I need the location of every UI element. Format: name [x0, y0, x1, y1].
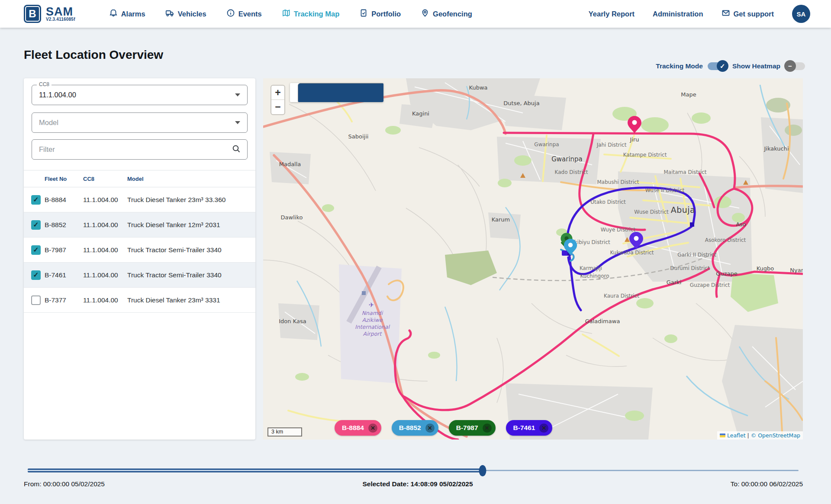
table-row[interactable]: B-7461 11.1.004.00 Truck Tractor Semi-Tr…	[24, 263, 255, 288]
map-label: Jahi District	[596, 142, 627, 148]
ukraine-flag-icon	[720, 433, 725, 437]
time-slider[interactable]	[28, 465, 799, 476]
chip-remove-icon[interactable]: ✕	[425, 424, 435, 433]
search-icon[interactable]	[232, 144, 241, 155]
nav-link-yearly-report[interactable]: Yearly Report	[589, 10, 635, 18]
map-label: Utako District	[590, 199, 626, 205]
route-endpoint-marker	[690, 222, 694, 227]
model-select[interactable]: Model	[32, 112, 248, 133]
table-row[interactable]: B-7377 11.1.004.00 Truck Diesel Tanker 2…	[24, 288, 255, 313]
chevron-down-icon	[235, 93, 240, 96]
date-range-buttons: Today ✓ Yesterday Custom Date	[290, 83, 383, 102]
tracking-mode-toggle[interactable]: ✓	[708, 62, 728, 70]
map-label: Jikakuchi	[763, 145, 789, 152]
map-label: Mabushi District	[597, 179, 639, 185]
brand[interactable]: B SAM V2.3.4116085f	[24, 5, 75, 23]
envelope-icon	[721, 9, 730, 19]
portfolio-icon	[359, 9, 368, 19]
map-label: Asokoro District	[705, 237, 746, 243]
brand-name: SAM	[46, 6, 75, 17]
fleet-selection-panel: CC8 11.1.004.00 Model Fleet No CC8 Model…	[24, 78, 255, 440]
map-canvas: KubwaDutse, AbujaKaginiMapeJikakuchiSabo…	[263, 78, 803, 440]
user-avatar[interactable]: SA	[792, 5, 810, 23]
tracking-mode-label: Tracking Mode	[656, 62, 703, 70]
chip-remove-icon[interactable]: ✕	[368, 424, 377, 433]
selected-vehicle-chips: B-8884 ✕ B-8852 ✕ B-7987 ✕ B-7461 ✕	[335, 420, 552, 436]
chip-remove-icon[interactable]: ✕	[483, 424, 492, 433]
table-row[interactable]: B-7987 11.1.004.00 Truck Tractor Semi-Tr…	[24, 238, 255, 263]
map-label: Aso	[736, 221, 746, 228]
map-label: Kugbo	[757, 265, 774, 272]
vehicle-chip-b8852[interactable]: B-8852 ✕	[392, 420, 438, 436]
nav-item-tracking-map[interactable]: Tracking Map	[282, 9, 339, 19]
zoom-in-button[interactable]: +	[271, 86, 284, 100]
vehicle-table-header: Fleet No CC8 Model	[24, 170, 255, 187]
osm-link[interactable]: © OpenStreetMap	[751, 432, 800, 439]
main-nav: Alarms Vehicles Events Tracking Map Port…	[109, 9, 472, 19]
nav-link-administration[interactable]: Administration	[653, 10, 703, 18]
filter-field	[32, 139, 248, 160]
timeline-selected-date: Selected Date: 14:08:09 05/02/2025	[362, 480, 473, 488]
timeline-thumb[interactable]	[479, 465, 486, 476]
row-checkbox[interactable]	[31, 195, 41, 205]
toggle-minus-icon: −	[784, 60, 796, 72]
leaflet-link[interactable]: Leaflet	[727, 432, 746, 439]
top-navbar: B SAM V2.3.4116085f Alarms Vehicles Even…	[0, 0, 831, 28]
row-checkbox[interactable]	[31, 220, 41, 230]
cc8-select-value: 11.1.004.00	[39, 91, 76, 99]
tracking-map[interactable]: KubwaDutse, AbujaKaginiMapeJikakuchiSabo…	[263, 78, 803, 440]
nav-link-get-support[interactable]: Get support	[721, 9, 774, 19]
map-label: Wuse District	[634, 209, 669, 215]
nav-item-geofencing[interactable]: Geofencing	[421, 9, 472, 19]
brand-version: V2.3.4116085f	[46, 17, 75, 22]
map-label: Mape	[681, 91, 696, 98]
timeline-from: From: 00:00:00 05/02/2025	[24, 480, 105, 488]
model-select-placeholder: Model	[39, 119, 58, 127]
map-zoom-control: + −	[271, 85, 285, 115]
vehicle-table: Fleet No CC8 Model B-8884 11.1.004.00 Tr…	[24, 170, 255, 313]
map-label: Gwarinpa	[534, 141, 559, 148]
map-label: Garki	[667, 279, 682, 286]
page-title: Fleet Location Overview	[24, 48, 163, 62]
nav-item-events[interactable]: Events	[226, 9, 262, 19]
nav-item-portfolio[interactable]: Portfolio	[359, 9, 401, 19]
zoom-out-button[interactable]: −	[271, 100, 284, 114]
map-label: Azikiwe	[362, 317, 383, 323]
location-pin-icon	[421, 9, 429, 19]
row-checkbox[interactable]	[31, 270, 41, 280]
info-icon	[226, 9, 235, 19]
map-label: International	[355, 324, 390, 330]
table-row[interactable]: B-8852 11.1.004.00 Truck Diesel Tanker 1…	[24, 212, 255, 238]
timeline-labels: From: 00:00:00 05/02/2025 Selected Date:…	[0, 480, 831, 490]
yesterday-button[interactable]: ✓ Yesterday	[298, 83, 383, 102]
cc8-select[interactable]: CC8 11.1.004.00	[32, 85, 248, 105]
nav-item-vehicles[interactable]: Vehicles	[165, 9, 206, 19]
map-label: Kaura District	[604, 293, 639, 299]
map-label: Kuchingoro	[580, 273, 609, 279]
map-label: Garki II District	[677, 252, 716, 258]
table-row[interactable]: B-8884 11.1.004.00 Truck Diesel Tanker 2…	[24, 187, 255, 212]
row-checkbox[interactable]	[31, 245, 41, 255]
vehicle-chip-b8884[interactable]: B-8884 ✕	[335, 420, 381, 436]
map-label: Dutse, Abuja	[503, 100, 539, 106]
map-label: Dawliko	[281, 214, 303, 221]
col-cc8: CC8	[83, 176, 127, 182]
vehicle-chip-b7461[interactable]: B-7461 ✕	[506, 420, 553, 436]
map-label: Guzape	[716, 270, 737, 277]
col-model: Model	[127, 176, 255, 182]
map-label: Karmajiji	[580, 265, 602, 271]
show-heatmap-toggle[interactable]: −	[785, 62, 805, 70]
map-label: Kado District	[555, 169, 588, 175]
map-label: Maitama District	[664, 169, 706, 175]
map-mode-toggles: Tracking Mode ✓ Show Heatmap −	[656, 62, 805, 70]
toggle-check-icon: ✓	[717, 60, 728, 72]
chip-remove-icon[interactable]: ✕	[539, 424, 548, 433]
nav-item-alarms[interactable]: Alarms	[109, 9, 145, 19]
map-label: Abuja	[671, 205, 696, 215]
map-label: Kukwaba District	[610, 250, 654, 256]
map-label: Airport	[363, 331, 383, 337]
map-label: Jiru	[629, 136, 639, 143]
vehicle-chip-b7987[interactable]: B-7987 ✕	[449, 420, 496, 436]
filter-input[interactable]	[38, 145, 232, 154]
row-checkbox[interactable]	[31, 295, 41, 305]
